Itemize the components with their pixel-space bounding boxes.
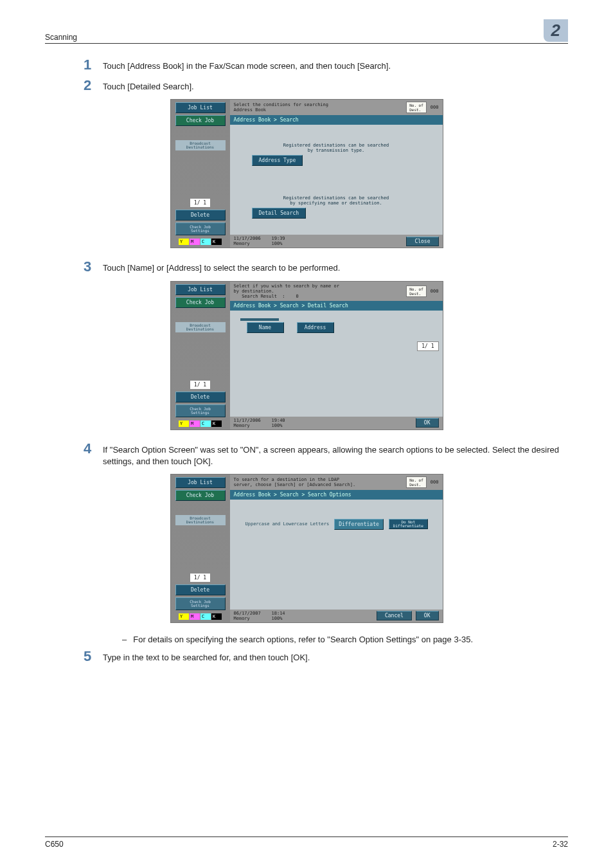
toner-indicator: Y M C K [179, 613, 222, 620]
check-job-button[interactable]: Check Job [175, 297, 226, 308]
breadcrumb: Address Book > Search > Detail Search [230, 301, 443, 311]
step-number: 4 [84, 442, 103, 456]
ok-button[interactable]: OK [416, 418, 439, 428]
ok-button[interactable]: OK [416, 611, 439, 620]
step-number: 5 [84, 649, 103, 664]
toner-y: Y [179, 613, 189, 620]
status-time: 19:40 [272, 418, 285, 423]
left-panel: Job List Check Job Broadcast Destination… [171, 475, 230, 622]
hint-addr-type: Registered destinations can be searched … [234, 143, 439, 153]
step-2: 2 Touch [Detailed Search]. [84, 78, 568, 93]
page-indicator: 1/ 1 [190, 380, 211, 390]
memory-value: 100% [272, 241, 283, 246]
memory-label: Memory [234, 616, 250, 621]
main-panel: To search for a destination in the LDAP … [230, 475, 443, 622]
broadcast-destinations-label: Broadcast Destinations [175, 140, 226, 150]
instruction-text: Select if you wish to search by name or … [234, 284, 339, 299]
toner-k: K [211, 239, 222, 245]
dest-count-value: 000 [431, 105, 439, 110]
case-option-label: Uppercase and Lowercase Letters [245, 521, 330, 527]
check-job-button[interactable]: Check Job [175, 115, 226, 126]
breadcrumb: Address Book > Search > Search Options [230, 490, 443, 500]
page-footer: C650 2-32 [45, 836, 568, 849]
step-5: 5 Type in the text to be searched for, a… [84, 649, 568, 664]
dest-count-label: No. of Dest. [406, 476, 427, 488]
status-date: 06/17/2007 [234, 611, 261, 616]
page-indicator: 1/ 1 [190, 198, 211, 208]
toner-y: Y [179, 239, 189, 245]
memory-label: Memory [234, 241, 250, 246]
address-button[interactable]: Address [297, 322, 334, 333]
instruction-text: To search for a destination in the LDAP … [234, 477, 356, 487]
check-job-settings-button[interactable]: Check Job Settings [175, 222, 226, 235]
do-not-differentiate-button[interactable]: Do Not Differentiate [389, 519, 428, 529]
chapter-number: 2 [544, 19, 568, 42]
left-panel: Job List Check Job Broadcast Destination… [171, 100, 230, 248]
body-area: Registered destinations can be searched … [230, 125, 443, 235]
address-type-button[interactable]: Address Type [252, 155, 303, 166]
status-bar: 06/17/2007 18:14 Memory 100% Cancel OK [230, 610, 443, 622]
page-indicator: 1/ 1 [190, 573, 211, 583]
step-text: If "Search Option Screen" was set to "ON… [103, 442, 568, 467]
status-bar: 11/17/2006 19:39 Memory 100% Close [230, 235, 443, 248]
body-area: Uppercase and Lowercase Letters Differen… [230, 500, 443, 610]
broadcast-destinations-label: Broadcast Destinations [175, 322, 226, 332]
differentiate-button[interactable]: Differentiate [334, 519, 384, 530]
page-header: Scanning 2 [45, 19, 568, 44]
toner-k: K [211, 613, 222, 620]
check-job-settings-button[interactable]: Check Job Settings [175, 404, 226, 417]
toner-indicator: Y M C K [179, 420, 222, 427]
breadcrumb: Address Book > Search [230, 115, 443, 125]
step-number: 1 [84, 58, 103, 72]
step-number: 2 [84, 78, 103, 93]
memory-value: 100% [272, 423, 283, 428]
check-job-button[interactable]: Check Job [175, 490, 226, 501]
step-4-note: For details on specifying the search opt… [122, 635, 568, 644]
status-bar: 11/17/2006 19:40 Memory 100% OK [230, 417, 443, 429]
toner-y: Y [179, 420, 189, 427]
detail-search-screen: Job List Check Job Broadcast Destination… [170, 281, 443, 430]
step-4: 4 If "Search Option Screen" was set to "… [84, 442, 568, 467]
result-pager: 1/ 1 [417, 341, 438, 351]
cancel-button[interactable]: Cancel [377, 611, 412, 620]
status-time: 18:14 [272, 611, 285, 616]
close-button[interactable]: Close [406, 237, 438, 246]
main-panel: Select if you wish to search by name or … [230, 282, 443, 429]
name-button[interactable]: Name [247, 322, 284, 333]
dest-count-label: No. of Dest. [406, 285, 427, 297]
status-date: 11/17/2006 [234, 418, 261, 423]
toner-c: C [200, 613, 211, 620]
job-list-button[interactable]: Job List [175, 102, 226, 113]
toner-m: M [190, 613, 200, 620]
hint-detail-search: Registered destinations can be searched … [234, 195, 439, 206]
toner-c: C [200, 239, 211, 245]
page-number: 2-32 [553, 840, 568, 849]
check-job-settings-button[interactable]: Check Job Settings [175, 597, 226, 610]
step-text: Touch [Detailed Search]. [103, 78, 568, 93]
dest-count-label: No. of Dest. [406, 102, 427, 113]
delete-button[interactable]: Delete [175, 210, 226, 221]
memory-label: Memory [234, 423, 250, 428]
delete-button[interactable]: Delete [175, 392, 226, 402]
step-3: 3 Touch [Name] or [Address] to select th… [84, 260, 568, 274]
status-date: 11/17/2006 [234, 236, 261, 241]
message-bar: Select the conditions for searching Addr… [230, 100, 443, 115]
message-bar: To search for a destination in the LDAP … [230, 475, 443, 490]
left-panel: Job List Check Job Broadcast Destination… [171, 282, 230, 429]
toner-m: M [190, 420, 200, 427]
dest-count-value: 000 [431, 289, 439, 294]
toner-c: C [200, 420, 211, 427]
instruction-text: Select the conditions for searching Addr… [234, 102, 329, 113]
toner-k: K [211, 420, 222, 427]
detail-search-button[interactable]: Detail Search [252, 208, 306, 219]
step-1: 1 Touch [Address Book] in the Fax/Scan m… [84, 58, 568, 72]
job-list-button[interactable]: Job List [175, 477, 226, 488]
delete-button[interactable]: Delete [175, 584, 226, 595]
step-text: Touch [Name] or [Address] to select the … [103, 260, 568, 274]
search-options-screen: Job List Check Job Broadcast Destination… [170, 474, 443, 623]
section-title: Scanning [45, 33, 77, 42]
job-list-button[interactable]: Job List [175, 284, 226, 295]
body-area: Name Address 1/ 1 [230, 311, 443, 417]
step-text: Type in the text to be searched for, and… [103, 649, 568, 664]
status-time: 19:39 [272, 236, 285, 241]
